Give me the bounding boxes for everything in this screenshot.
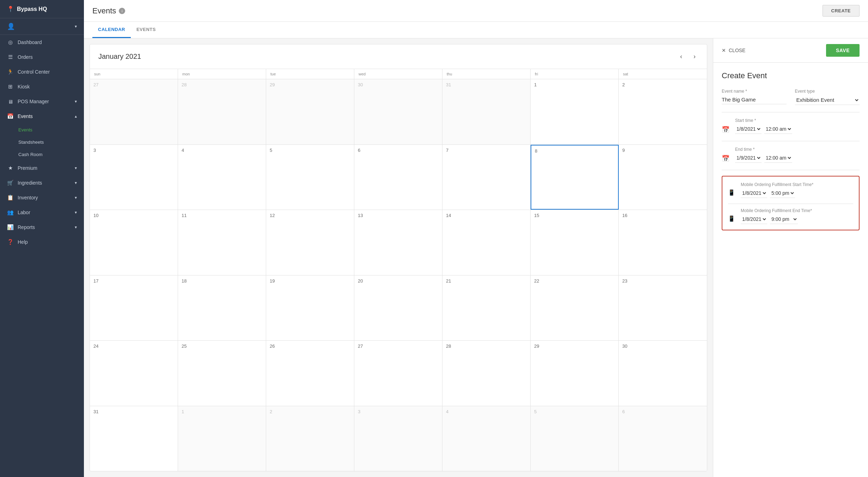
inventory-chevron: ▾ [75, 195, 77, 200]
calendar-day[interactable]: 28 [178, 79, 266, 144]
sidebar-item-orders[interactable]: ☰ Orders [0, 50, 84, 64]
calendar-day[interactable]: 23 [619, 275, 707, 341]
calendar-day[interactable]: 29 [266, 79, 354, 144]
create-event-title: Create Event [722, 71, 860, 80]
event-name-input[interactable] [722, 95, 787, 104]
location-icon: 📍 [7, 6, 14, 12]
end-date-select[interactable]: 1/9/2021 [735, 153, 762, 163]
calendar-day[interactable]: 4 [442, 406, 531, 471]
calendar-day[interactable]: 6 [354, 145, 442, 210]
info-icon[interactable]: i [119, 8, 125, 14]
calendar-day[interactable]: 22 [531, 275, 619, 341]
calendar-day[interactable]: 27 [90, 79, 178, 144]
calendar-day[interactable]: 4 [178, 145, 266, 210]
inventory-icon: 📋 [7, 194, 13, 201]
calendar-day[interactable]: 25 [178, 341, 266, 406]
mobile-start-fields: Mobile Ordering Fulfillment Start Time* … [741, 182, 853, 198]
mobile-end-label: Mobile Ordering Fulfillment End Time* [741, 208, 853, 213]
close-label: CLOSE [729, 48, 745, 53]
orders-icon: ☰ [7, 54, 13, 60]
calendar-day[interactable]: 12 [266, 210, 354, 275]
next-month-button[interactable]: › [691, 51, 698, 62]
calendar-day[interactable]: 21 [442, 275, 531, 341]
calendar-day[interactable]: 6 [619, 406, 707, 471]
start-time-select[interactable]: 12:00 am 1:00 am 5:00 pm [764, 124, 792, 134]
mobile-end-date-select[interactable]: 1/8/2021 [741, 215, 767, 224]
calendar-day[interactable]: 26 [266, 341, 354, 406]
calendar-day[interactable]: 30 [354, 79, 442, 144]
divider-1 [722, 112, 860, 112]
mobile-start-time-select[interactable]: 5:00 pm 6:00 pm 7:00 pm [770, 188, 795, 198]
sidebar-item-label: Events [18, 113, 33, 119]
calendar-day[interactable]: 14 [442, 210, 531, 275]
mobile-start-date-select[interactable]: 1/8/2021 [741, 188, 767, 198]
calendar-day[interactable]: 3 [90, 145, 178, 210]
ingredients-icon: 🛒 [7, 180, 13, 186]
calendar-day[interactable]: 29 [531, 341, 619, 406]
fulfillment-divider [728, 204, 853, 204]
sidebar-item-label: Orders [18, 54, 33, 60]
divider-2 [722, 141, 860, 141]
calendar-day[interactable]: 17 [90, 275, 178, 341]
sidebar-sub-item-events[interactable]: Events [0, 124, 84, 136]
calendar-day[interactable]: 28 [442, 341, 531, 406]
calendar-day[interactable]: 27 [354, 341, 442, 406]
event-type-group: Event type Exhibition Event Regular Even… [795, 89, 860, 105]
calendar-day[interactable]: 1 [178, 406, 266, 471]
sidebar-item-help[interactable]: ❓ Help [0, 235, 84, 249]
end-time-select[interactable]: 12:00 am 1:00 am [764, 153, 792, 163]
create-button[interactable]: CREATE [823, 5, 860, 17]
calendar-day-headers: sun mon tue wed thu fri sat [90, 69, 707, 79]
calendar-day[interactable]: 15 [531, 210, 619, 275]
calendar-day[interactable]: 9 [619, 145, 707, 210]
reports-icon: 📊 [7, 224, 13, 230]
app-name: Bypass HQ [17, 6, 47, 12]
close-button[interactable]: ✕ CLOSE [722, 48, 745, 53]
calendar-day[interactable]: 30 [619, 341, 707, 406]
calendar-day[interactable]: 5 [266, 145, 354, 210]
sidebar-item-label: Inventory [18, 195, 38, 200]
sidebar-item-reports[interactable]: 📊 Reports ▾ [0, 220, 84, 235]
sidebar: 📍 Bypass HQ 👤 ▾ ◎ Dashboard ☰ Orders 🏃 C… [0, 0, 84, 477]
calendar-day[interactable]: 31 [442, 79, 531, 144]
event-name-type-row: Event name * Event type Exhibition Event… [722, 89, 860, 105]
calendar-day[interactable]: 31 [90, 406, 178, 471]
calendar-day[interactable]: 24 [90, 341, 178, 406]
calendar-day[interactable]: 20 [354, 275, 442, 341]
sidebar-item-dashboard[interactable]: ◎ Dashboard [0, 35, 84, 50]
calendar-day[interactable]: 11 [178, 210, 266, 275]
start-time-inputs: 1/8/2021 12:00 am 1:00 am 5:00 pm [735, 124, 860, 134]
event-type-select[interactable]: Exhibition Event Regular Event Special E… [795, 95, 860, 105]
sidebar-item-labor[interactable]: 👥 Labor ▾ [0, 205, 84, 220]
sidebar-sub-item-cash-room[interactable]: Cash Room [0, 148, 84, 161]
prev-month-button[interactable]: ‹ [677, 51, 685, 62]
calendar-day[interactable]: 3 [354, 406, 442, 471]
calendar-day[interactable]: 5 [531, 406, 619, 471]
calendar-week-6: 31 1 2 3 4 5 6 [90, 406, 707, 471]
sidebar-sub-item-standsheets[interactable]: Standsheets [0, 136, 84, 148]
sidebar-item-control-center[interactable]: 🏃 Control Center [0, 64, 84, 79]
sidebar-item-inventory[interactable]: 📋 Inventory ▾ [0, 190, 84, 205]
start-time-label: Start time * [735, 118, 860, 123]
calendar-day[interactable]: 10 [90, 210, 178, 275]
calendar-day-today[interactable]: 8 [531, 145, 619, 210]
mobile-end-time-select[interactable]: 9:00 pm 10:00 pm 11:00 pm [770, 215, 798, 224]
calendar-day[interactable]: 7 [442, 145, 531, 210]
calendar-day[interactable]: 2 [619, 79, 707, 144]
sidebar-item-premium[interactable]: ★ Premium ▾ [0, 161, 84, 175]
tab-events[interactable]: EVENTS [131, 22, 161, 38]
sidebar-user[interactable]: 👤 ▾ [0, 18, 84, 35]
start-date-select[interactable]: 1/8/2021 [735, 124, 762, 134]
calendar-day[interactable]: 13 [354, 210, 442, 275]
calendar-day[interactable]: 18 [178, 275, 266, 341]
calendar-day[interactable]: 19 [266, 275, 354, 341]
sidebar-item-kiosk[interactable]: ⊞ Kiosk [0, 79, 84, 94]
sidebar-item-ingredients[interactable]: 🛒 Ingredients ▾ [0, 175, 84, 190]
save-button[interactable]: SAVE [826, 44, 860, 57]
calendar-day[interactable]: 16 [619, 210, 707, 275]
sidebar-item-events[interactable]: 📅 Events ▴ [0, 109, 84, 124]
sidebar-item-pos-manager[interactable]: 🖥 POS Manager ▾ [0, 94, 84, 109]
calendar-day[interactable]: 2 [266, 406, 354, 471]
calendar-day[interactable]: 1 [531, 79, 619, 144]
tab-calendar[interactable]: CALENDAR [92, 22, 131, 38]
